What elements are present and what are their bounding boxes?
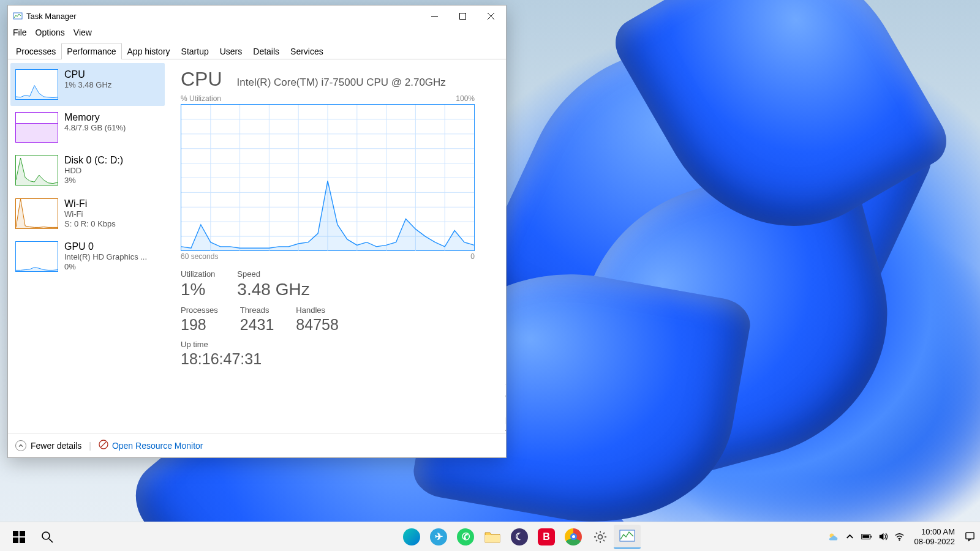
util-value: 1% (181, 280, 215, 299)
svg-rect-26 (13, 531, 18, 536)
sidebar-item-disk[interactable]: Disk 0 (C: D:) HDD3% (10, 149, 165, 192)
x-axis-left: 60 seconds (181, 252, 218, 261)
sidebar-item-mem[interactable]: Memory 4.8/7.9 GB (61%) (10, 106, 165, 149)
sidebar-item-gpu[interactable]: GPU 0 Intel(R) HD Graphics ...0% (10, 235, 165, 279)
menu-file[interactable]: File (13, 28, 27, 37)
processes-label: Processes (181, 305, 218, 315)
speed-value: 3.48 GHz (237, 280, 309, 299)
tab-startup[interactable]: Startup (176, 43, 214, 59)
processes-value: 198 (181, 316, 218, 334)
spec-label: Sockets: (505, 377, 506, 389)
sidebar-item-sub: 1% 3.48 GHz (64, 80, 111, 90)
taskbar-app-task-manager[interactable] (614, 525, 641, 549)
taskbar-app-file-explorer[interactable] (479, 525, 506, 549)
spec-label: Virtualization: (505, 427, 506, 433)
cpu-name: Intel(R) Core(TM) i7-7500U CPU @ 2.70GHz (237, 77, 446, 89)
spec-label: Base speed: (505, 353, 506, 375)
tab-services[interactable]: Services (285, 43, 329, 59)
taskbar-app-whatsapp[interactable]: ✆ (452, 525, 479, 549)
volume-icon[interactable] (878, 531, 888, 542)
taskbar-app-eclipse[interactable]: ☾ (506, 525, 533, 549)
weather-icon[interactable] (828, 531, 839, 542)
threads-value: 2431 (240, 316, 274, 334)
tab-performance[interactable]: Performance (61, 43, 121, 59)
thumb-chart-icon (15, 112, 58, 143)
cpu-utilization-chart (181, 104, 475, 251)
taskbar-app-chrome[interactable] (560, 525, 587, 549)
sidebar-item-wifi[interactable]: Wi-Fi Wi-FiS: 0 R: 0 Kbps (10, 192, 165, 236)
menu-options[interactable]: Options (36, 28, 65, 37)
open-resource-monitor-link[interactable]: Open Resource Monitor (99, 440, 203, 451)
taskbar-app-edge[interactable] (398, 525, 425, 549)
titlebar[interactable]: Task Manager (8, 6, 506, 26)
app-icon (13, 11, 23, 21)
battery-icon[interactable] (861, 531, 872, 542)
y-axis-max: 100% (456, 94, 475, 103)
tab-app-history[interactable]: App history (122, 43, 176, 59)
thumb-chart-icon (15, 69, 58, 100)
fewer-details-button[interactable]: Fewer details (15, 440, 81, 451)
sidebar-item-cpu[interactable]: CPU 1% 3.48 GHz (10, 63, 165, 106)
menu-view[interactable]: View (74, 28, 92, 37)
thumb-chart-icon (15, 155, 58, 186)
svg-rect-40 (966, 533, 974, 539)
menu-bar: File Options View (8, 26, 506, 42)
performance-sidebar: CPU 1% 3.48 GHz Memory 4.8/7.9 GB (61%) … (8, 59, 167, 433)
tab-details[interactable]: Details (247, 43, 285, 59)
svg-rect-2 (459, 13, 466, 19)
svg-point-33 (598, 534, 603, 539)
wifi-icon[interactable] (894, 531, 905, 542)
svg-rect-32 (485, 535, 500, 542)
resource-monitor-icon (99, 440, 108, 451)
spec-label: Cores: (505, 390, 506, 402)
x-axis-right: 0 (470, 252, 475, 261)
close-button[interactable] (477, 7, 505, 25)
threads-label: Threads (240, 305, 274, 315)
spec-label: Logical processors: (505, 403, 506, 425)
svg-rect-38 (862, 535, 869, 538)
window-footer: Fewer details | Open Resource Monitor (8, 433, 506, 457)
cpu-spec-table: Base speed:2.90 GHzSockets:1Cores:2Logic… (504, 352, 506, 433)
speed-label: Speed (237, 269, 309, 279)
chevron-up-icon (15, 440, 26, 451)
minimize-button[interactable] (420, 7, 448, 25)
sidebar-item-title: Wi-Fi (64, 198, 116, 209)
svg-rect-27 (20, 531, 25, 536)
svg-rect-28 (13, 538, 18, 543)
svg-line-31 (49, 539, 53, 542)
task-manager-window: Task Manager File Options View Processes… (7, 5, 507, 458)
sidebar-item-title: Memory (64, 112, 126, 123)
uptime-value: 18:16:47:31 (181, 350, 262, 368)
svg-point-39 (899, 539, 900, 541)
tab-processes[interactable]: Processes (10, 43, 61, 59)
sidebar-item-title: CPU (64, 69, 111, 80)
system-tray[interactable]: 10:00 AM 08-09-2022 (828, 527, 976, 546)
sidebar-item-sub: Intel(R) HD Graphics ...0% (64, 252, 147, 272)
taskbar-app-settings[interactable] (587, 525, 614, 549)
cpu-detail-panel: CPU Intel(R) Core(TM) i7-7500U CPU @ 2.7… (167, 59, 506, 433)
search-button[interactable] (33, 525, 61, 549)
window-title: Task Manager (26, 12, 77, 21)
sidebar-item-sub: 4.8/7.9 GB (61%) (64, 123, 126, 133)
start-button[interactable] (5, 525, 33, 549)
tray-overflow-icon[interactable] (845, 531, 855, 542)
handles-value: 84758 (296, 316, 339, 334)
y-axis-label: % Utilization (181, 94, 221, 103)
detail-title: CPU (181, 68, 222, 91)
thumb-chart-icon (15, 198, 58, 229)
taskbar-clock[interactable]: 10:00 AM 08-09-2022 (911, 527, 959, 546)
taskbar-app-telegram[interactable]: ✈ (425, 525, 452, 549)
thumb-chart-icon (15, 241, 58, 272)
tab-users[interactable]: Users (214, 43, 248, 59)
svg-rect-29 (20, 538, 25, 543)
uptime-label: Up time (181, 340, 262, 349)
svg-rect-37 (870, 536, 872, 538)
handles-label: Handles (296, 305, 339, 315)
taskbar-app-bitdefender[interactable]: B (533, 525, 560, 549)
taskbar[interactable]: ✈ ✆ ☾ B 10:00 AM 08-09-2022 (0, 522, 980, 551)
notifications-icon[interactable] (965, 531, 975, 542)
svg-point-30 (42, 532, 50, 539)
svg-rect-5 (16, 124, 58, 143)
maximize-button[interactable] (448, 7, 477, 25)
tab-bar: Processes Performance App history Startu… (8, 42, 506, 59)
